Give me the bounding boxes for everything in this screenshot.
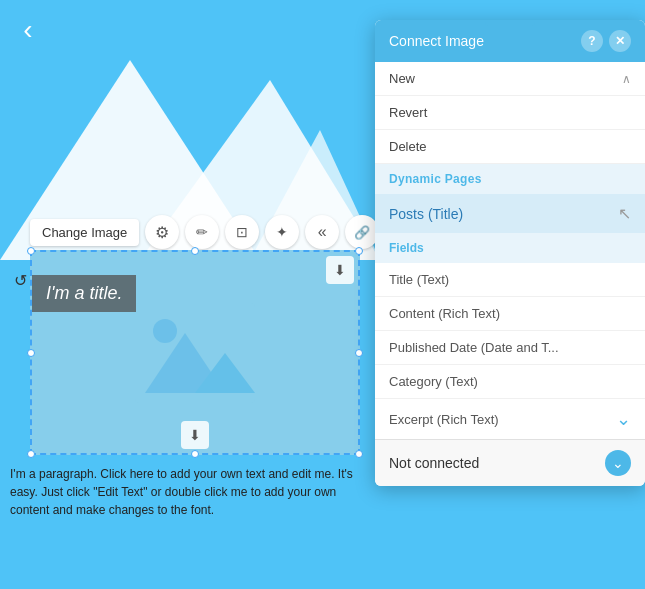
selection-handle-tr[interactable] xyxy=(355,247,363,255)
delete-label: Delete xyxy=(389,139,427,154)
edit-icon: ✏ xyxy=(196,224,208,240)
panel-menu: New ∧ Revert Delete xyxy=(375,62,645,164)
help-icon: ? xyxy=(588,34,595,48)
revert-label: Revert xyxy=(389,105,427,120)
not-connected-footer: Not connected ⌄ xyxy=(375,439,645,486)
link-icon: 🔗 xyxy=(354,225,370,240)
filter-button[interactable]: ✦ xyxy=(265,215,299,249)
selection-handle-ml[interactable] xyxy=(27,349,35,357)
undo-icon: ↺ xyxy=(14,272,27,289)
chevron-up-icon: ∧ xyxy=(622,72,631,86)
field-excerpt-label: Excerpt (Rich Text) xyxy=(389,412,499,427)
fields-section: Fields xyxy=(375,233,645,263)
settings-icon: ⚙ xyxy=(155,223,169,242)
svg-point-7 xyxy=(153,319,177,343)
toolbar: Change Image ⚙ ✏ ⊡ ✦ « 🔗 xyxy=(30,215,379,249)
selection-handle-bl[interactable] xyxy=(27,450,35,458)
close-button[interactable]: ✕ xyxy=(609,30,631,52)
fields-label: Fields xyxy=(389,241,424,255)
revert-icon: « xyxy=(318,223,327,241)
field-title-label: Title (Text) xyxy=(389,272,449,287)
field-published-label: Published Date (Date and T... xyxy=(389,340,559,355)
download-icon-bottom: ⬇ xyxy=(189,427,201,443)
dynamic-pages-section: Dynamic Pages xyxy=(375,164,645,194)
change-image-button[interactable]: Change Image xyxy=(30,219,139,246)
selection-handle-tl[interactable] xyxy=(27,247,35,255)
field-item-content[interactable]: Content (Rich Text) xyxy=(375,297,645,331)
scroll-down-icon: ⌄ xyxy=(616,408,631,430)
field-item-excerpt[interactable]: Excerpt (Rich Text) ⌄ xyxy=(375,399,645,439)
menu-item-delete[interactable]: Delete xyxy=(375,130,645,164)
field-item-published[interactable]: Published Date (Date and T... xyxy=(375,331,645,365)
download-top-icon[interactable]: ⬇ xyxy=(326,256,354,284)
close-icon: ✕ xyxy=(615,34,625,48)
paragraph-text[interactable]: I'm a paragraph. Click here to add your … xyxy=(10,465,365,519)
posts-title-row[interactable]: Posts (Title) ↖ xyxy=(375,194,645,233)
field-category-label: Category (Text) xyxy=(389,374,478,389)
menu-item-new[interactable]: New ∧ xyxy=(375,62,645,96)
undo-button[interactable]: ↺ xyxy=(8,268,32,292)
paragraph-content: I'm a paragraph. Click here to add your … xyxy=(10,467,353,517)
selection-handle-mr[interactable] xyxy=(355,349,363,357)
title-text: I'm a title. xyxy=(46,283,122,303)
expand-button[interactable]: ⌄ xyxy=(605,450,631,476)
panel-header-icons: ? ✕ xyxy=(581,30,631,52)
dynamic-pages-label: Dynamic Pages xyxy=(389,172,482,186)
field-item-category[interactable]: Category (Text) xyxy=(375,365,645,399)
selection-handle-bm[interactable] xyxy=(191,450,199,458)
edit-button[interactable]: ✏ xyxy=(185,215,219,249)
filter-icon: ✦ xyxy=(276,224,288,240)
selection-handle-tm[interactable] xyxy=(191,247,199,255)
back-arrow[interactable]: ‹ xyxy=(10,12,46,48)
connect-panel: Connect Image ? ✕ New ∧ Revert Delete Dy… xyxy=(375,20,645,486)
panel-header: Connect Image ? ✕ xyxy=(375,20,645,62)
settings-button[interactable]: ⚙ xyxy=(145,215,179,249)
revert-button[interactable]: « xyxy=(305,215,339,249)
crop-icon: ⊡ xyxy=(236,224,248,240)
new-label: New xyxy=(389,71,415,86)
image-icon xyxy=(135,303,255,403)
title-overlay[interactable]: I'm a title. xyxy=(32,275,136,312)
field-content-label: Content (Rich Text) xyxy=(389,306,500,321)
expand-icon: ⌄ xyxy=(612,455,624,471)
panel-title: Connect Image xyxy=(389,33,581,49)
menu-item-revert[interactable]: Revert xyxy=(375,96,645,130)
crop-button[interactable]: ⊡ xyxy=(225,215,259,249)
selection-handle-br[interactable] xyxy=(355,450,363,458)
cursor-icon: ↖ xyxy=(618,204,631,223)
help-button[interactable]: ? xyxy=(581,30,603,52)
posts-title-label: Posts (Title) xyxy=(389,206,463,222)
download-bottom-icon[interactable]: ⬇ xyxy=(181,421,209,449)
download-icon: ⬇ xyxy=(334,262,346,278)
field-item-title[interactable]: Title (Text) xyxy=(375,263,645,297)
scroll-indicator xyxy=(485,20,535,26)
not-connected-label: Not connected xyxy=(389,455,479,471)
